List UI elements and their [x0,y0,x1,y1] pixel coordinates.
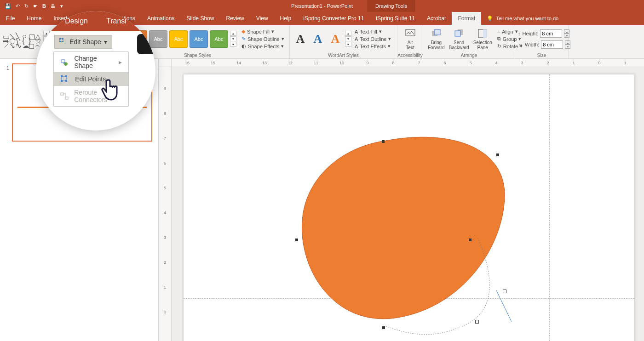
star-shape-icon[interactable]: ☆ [35,37,40,41]
shape-outline-label: Shape Outline [247,36,280,42]
brace-shape-icon[interactable]: { [22,37,27,41]
scroll-down-icon[interactable]: ▾ [230,36,236,41]
tab-ispring-suite[interactable]: iSpring Suite 11 [370,12,421,25]
vertical-ruler[interactable]: 9876543210 [159,67,172,341]
slide-canvas[interactable] [184,74,634,341]
arc-shape-icon[interactable]: ⌢ [35,41,40,46]
text-fill-button[interactable]: AText Fill ▾ [353,28,392,35]
alt-text-icon [405,28,416,39]
hexagon-shape-icon[interactable]: ⬡ [9,37,14,41]
edit-point[interactable] [469,239,472,241]
selection-pane-button[interactable]: Selection Pane [472,27,494,51]
width-input[interactable] [541,40,563,49]
menu-item-change-shape[interactable]: Change Shape ▸ [54,52,128,72]
tab-file[interactable]: File [0,12,21,25]
text-outline-label: Text Outline [360,36,386,42]
text-effects-button[interactable]: AText Effects ▾ [353,43,392,50]
shape-style-6[interactable]: Abc [210,30,228,48]
height-input[interactable] [540,29,562,38]
edit-point[interactable] [295,239,298,241]
edit-point[interactable] [382,140,385,143]
qat-dropdown-icon[interactable]: ▾ [60,3,63,9]
wordart-style-3[interactable]: A [328,30,343,48]
callout-shape-icon[interactable]: ◻ [29,41,33,46]
cloud-shape-icon[interactable]: ☁ [22,41,27,46]
height-spinner[interactable]: ▴▾ [564,29,569,38]
scroll-down-icon[interactable]: ▾ [345,36,351,41]
bring-forward-button[interactable]: Bring Forward [426,27,447,51]
width-spinner[interactable]: ▴▾ [565,40,570,49]
svg-rect-11 [59,41,61,42]
connector-shape-icon[interactable]: ↘ [9,41,14,46]
undo-icon[interactable]: ↶ [16,3,20,9]
tab-ispring-converter[interactable]: iSpring Converter Pro 11 [297,12,370,25]
ruler-mark: 7 [406,61,432,65]
curve-shape-icon[interactable]: ∿ [16,41,20,46]
tab-format[interactable]: Format [452,12,481,25]
expand-icon[interactable]: ▾ [230,42,236,47]
bezier-handle[interactable] [475,320,479,324]
mag-tab-design: Design [65,17,88,25]
shape-style-4[interactable]: Abc [169,30,188,48]
shape-effects-button[interactable]: ◐Shape Effects ▾ [240,43,286,50]
freeform-shape-icon[interactable]: ⟋ [3,41,7,46]
bring-forward-label: Bring Forward [428,40,445,50]
alt-text-button[interactable]: Alt Text [400,27,420,51]
width-label: Width: [525,42,539,47]
scroll-up-icon[interactable]: ▴ [230,31,236,36]
edit-points-icon [60,75,69,83]
tab-help[interactable]: Help [274,12,298,25]
wordart-style-2[interactable]: A [310,30,326,48]
tab-home[interactable]: Home [21,12,47,25]
style-gallery-spinners[interactable]: ▴ ▾ ▾ [230,31,236,47]
scroll-up-icon[interactable]: ▴ [345,31,351,36]
bezier-handle[interactable] [503,290,506,293]
tab-slide-show[interactable]: Slide Show [180,12,220,25]
wordart-gallery-spinners[interactable]: ▴ ▾ ▾ [345,31,351,47]
submenu-arrow-icon: ▸ [119,58,122,66]
shape-effects-label: Shape Effects [248,44,279,49]
tab-animations[interactable]: Animations [141,12,180,25]
horizontal-ruler[interactable]: 1615141312111098765432101 [172,59,644,67]
touch-mode-icon[interactable]: ☛ [33,3,38,9]
send-backward-button[interactable]: Send Backward [448,27,470,51]
tell-me-search[interactable]: 💡 Tell me what you want to do [481,12,564,25]
tab-view[interactable]: View [250,12,274,25]
ruler-mark: 10 [329,61,355,65]
tab-acrobat[interactable]: Acrobat [421,12,452,25]
edit-shape-dropdown[interactable]: Edit Shape ▾ [54,35,112,49]
shape-gallery[interactable]: ▭ ＼ ╲ ○ ▢ △ ➡ ⬡ ⟆ { } ☆ ⟋ ↘ [3,32,41,46]
oval-shape-icon[interactable]: ○ [22,32,27,37]
curve-shape-icon[interactable]: ⟆ [16,37,20,41]
height-icon: ↕ [518,31,521,36]
edit-point[interactable] [382,326,385,329]
selection-pane-label: Selection Pane [473,40,492,50]
arrow-shape-icon[interactable]: ➡ [3,37,7,41]
shape-style-5[interactable]: Abc [190,30,208,48]
group-label: Group [503,36,517,42]
window-title: Presentation1 - PowerPoint [291,3,353,9]
text-effects-label: Text Effects [360,44,386,49]
line-shape-icon[interactable]: ＼ [9,32,14,37]
expand-icon[interactable]: ▾ [345,42,351,47]
svg-rect-15 [65,75,67,77]
text-outline-button[interactable]: AText Outline ▾ [353,35,392,42]
shape-outline-button[interactable]: ✎Shape Outline ▾ [240,35,286,42]
rectangle-shape-icon[interactable]: ▭ [3,32,7,37]
bold-icon[interactable]: B [42,3,46,9]
mag-tab-transitions: Transi [106,17,126,25]
ruler-corner [159,59,172,67]
redo-icon[interactable]: ↻ [24,3,29,9]
shape-fill-button[interactable]: ◆Shape Fill ▾ [240,28,286,35]
text-outline-icon: A [355,36,358,42]
edit-point[interactable] [496,153,499,156]
rect-shape-icon[interactable]: ▢ [29,32,33,37]
brace-shape-icon[interactable]: } [29,37,33,41]
save-icon[interactable]: 💾 [5,3,11,9]
shape-style-3[interactable]: Abc [149,30,167,48]
wordart-style-1[interactable]: A [293,30,308,48]
triangle-shape-icon[interactable]: △ [35,32,40,37]
print-icon[interactable]: 🖶 [51,3,56,9]
tab-review[interactable]: Review [220,12,250,25]
line-shape-icon[interactable]: ╲ [16,32,20,37]
